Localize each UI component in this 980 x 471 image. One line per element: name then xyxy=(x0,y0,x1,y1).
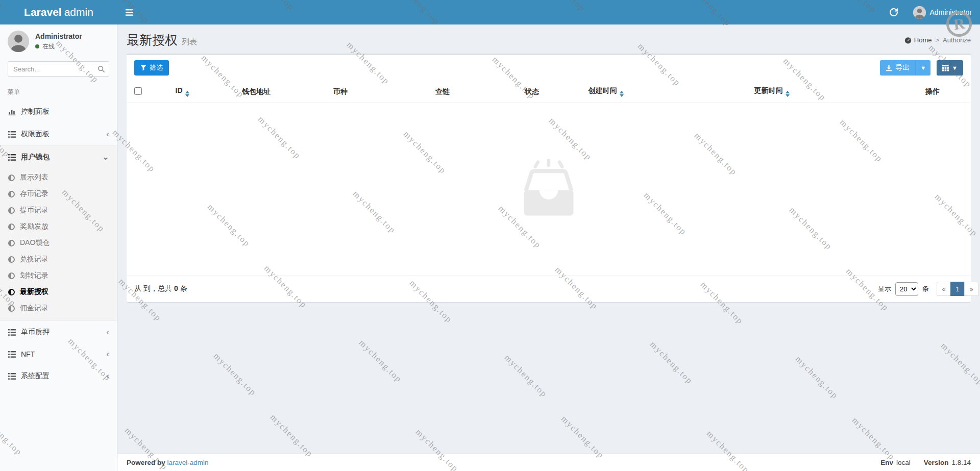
user-status: 在线 xyxy=(35,42,82,51)
sidebar-item-dao-lock[interactable]: DAO锁仓 xyxy=(0,235,117,251)
powered-by: Powered by laravel-admin xyxy=(127,459,209,466)
content-header: 最新授权列表 Home > Authorize xyxy=(117,24,980,54)
search-submit-button[interactable] xyxy=(95,63,107,75)
column-header-updated-at: 更新时间 xyxy=(649,81,894,103)
sidebar-item-deposit-records[interactable]: 存币记录 xyxy=(0,186,117,202)
sidebar-item-withdraw-records[interactable]: 提币记录 xyxy=(0,202,117,218)
sidebar-item-system-config[interactable]: 系统配置 ‹ xyxy=(0,365,117,387)
per-page-label-after: 条 xyxy=(922,284,929,293)
version-label: Version xyxy=(924,459,949,466)
online-dot-icon xyxy=(35,44,39,48)
half-circle-icon xyxy=(8,240,15,246)
list-icon xyxy=(8,154,16,161)
navbar-user-name: Administrator xyxy=(930,8,972,16)
sort-down-icon xyxy=(786,94,790,97)
app-logo-bold: Laravel xyxy=(24,6,62,18)
download-icon xyxy=(886,65,892,71)
sidebar-submenu: 展示列表 存币记录 提币记录 奖励发放 DAO锁仓 兑换记录 划转记录 最新授权… xyxy=(0,168,117,320)
sort-up-icon xyxy=(185,91,189,93)
column-header-status: 状态 xyxy=(501,81,562,103)
half-circle-icon xyxy=(8,191,15,197)
pagination-prev-button[interactable]: « xyxy=(937,282,951,296)
pagination-page-1-button[interactable]: 1 xyxy=(950,282,965,296)
sidebar-item-label: 佣金记录 xyxy=(20,304,48,313)
table-grid-icon xyxy=(942,65,949,71)
chevron-left-icon: ‹ xyxy=(106,132,109,137)
sidebar-item-reward-distribution[interactable]: 奖励发放 xyxy=(0,218,117,235)
sidebar-item-single-stake[interactable]: 单币质押 ‹ xyxy=(0,321,117,343)
summary-prefix: 从 到，总共 xyxy=(134,284,172,292)
sidebar-item-label: DAO锁仓 xyxy=(20,238,50,247)
sidebar-item-dashboard[interactable]: 控制面板 xyxy=(0,101,117,123)
user-status-label: 在线 xyxy=(42,42,55,51)
export-dropdown-toggle[interactable]: ▼ xyxy=(916,60,930,76)
column-selector-button[interactable]: ▼ xyxy=(937,60,963,76)
chevron-left-icon: ‹ xyxy=(106,352,109,357)
sidebar-item-label: 权限面板 xyxy=(21,130,50,139)
breadcrumb-separator: > xyxy=(935,36,939,44)
sidebar-item-exchange-records[interactable]: 兑换记录 xyxy=(0,251,117,267)
sort-down-icon xyxy=(185,94,189,97)
breadcrumb-home-link[interactable]: Home xyxy=(904,36,932,44)
sidebar-item-nft[interactable]: NFT ‹ xyxy=(0,343,117,365)
select-all-checkbox[interactable] xyxy=(134,87,142,95)
sidebar-item-label: 划转记录 xyxy=(20,271,48,280)
empty-inbox-icon xyxy=(515,159,582,219)
version-value: 1.8.14 xyxy=(951,459,971,466)
refresh-icon xyxy=(890,8,898,16)
column-header-created-at: 创建时间 xyxy=(562,81,649,103)
sidebar-toggle-button[interactable] xyxy=(117,0,141,24)
sidebar-item-show-list[interactable]: 展示列表 xyxy=(0,169,117,186)
breadcrumb-home-label: Home xyxy=(914,36,932,44)
dashboard-icon xyxy=(904,37,912,44)
avatar xyxy=(913,6,926,19)
hamburger-icon xyxy=(126,9,133,16)
table-header-row: ID 钱包地址 币种 查链 状态 创建时间 更新时间 操作 xyxy=(127,81,971,103)
breadcrumb-current: Authorize xyxy=(943,36,971,44)
env-value: local xyxy=(896,459,911,466)
pagination: « 1 » xyxy=(937,282,978,296)
column-label: 状态 xyxy=(525,87,539,95)
sort-toggle[interactable] xyxy=(185,91,189,97)
sidebar-item-transfer-records[interactable]: 划转记录 xyxy=(0,267,117,284)
search-icon xyxy=(97,65,105,73)
filter-button-label: 筛选 xyxy=(150,63,163,72)
pagination-next-button[interactable]: » xyxy=(964,282,978,296)
sidebar-item-label: 存币记录 xyxy=(20,189,48,199)
laravel-admin-link[interactable]: laravel-admin xyxy=(167,459,209,466)
env-version-info: Env local Version 1.8.14 xyxy=(880,459,971,466)
sidebar-item-label: 最新授权 xyxy=(20,287,48,296)
bar-chart-icon xyxy=(8,108,16,115)
sort-toggle[interactable] xyxy=(620,91,624,97)
records-summary: 从 到，总共0条 xyxy=(134,284,187,293)
sidebar-item-label: NFT xyxy=(21,350,35,358)
half-circle-icon xyxy=(8,175,15,181)
summary-count: 0 xyxy=(174,284,178,292)
sidebar-item-latest-authorization[interactable]: 最新授权 xyxy=(0,284,117,300)
grid-footer: 从 到，总共0条 显示 20 条 « 1 » xyxy=(127,275,971,302)
sidebar-item-user-wallet[interactable]: 用户钱包 ⌄ xyxy=(0,146,117,168)
user-menu[interactable]: Administrator xyxy=(905,0,980,24)
chevron-left-icon: ‹ xyxy=(106,374,109,379)
sidebar-item-commission-records[interactable]: 佣金记录 xyxy=(0,300,117,316)
sidebar-item-permissions[interactable]: 权限面板 ‹ xyxy=(0,123,117,145)
column-label: 更新时间 xyxy=(754,86,783,94)
list-icon xyxy=(8,373,16,380)
env-label: Env xyxy=(880,459,893,466)
per-page-select[interactable]: 20 xyxy=(895,282,918,296)
sort-down-icon xyxy=(620,94,624,97)
app-logo[interactable]: Laravel admin xyxy=(0,0,117,24)
column-header-check-chain: 查链 xyxy=(384,81,501,103)
half-circle-icon xyxy=(8,207,15,214)
column-header-currency: 币种 xyxy=(297,81,384,103)
search-input[interactable] xyxy=(8,61,109,77)
export-button[interactable]: 导出 xyxy=(880,60,916,76)
list-icon xyxy=(8,329,16,336)
filter-button[interactable]: 筛选 xyxy=(134,60,169,76)
page-body: Administrator 在线 菜单 控制面板 xyxy=(0,24,980,471)
caret-down-icon: ▼ xyxy=(920,65,926,71)
sort-toggle[interactable] xyxy=(786,91,790,97)
sidebar-item-label: 提币记录 xyxy=(20,206,48,215)
list-icon xyxy=(8,131,16,138)
refresh-button[interactable] xyxy=(883,0,905,24)
